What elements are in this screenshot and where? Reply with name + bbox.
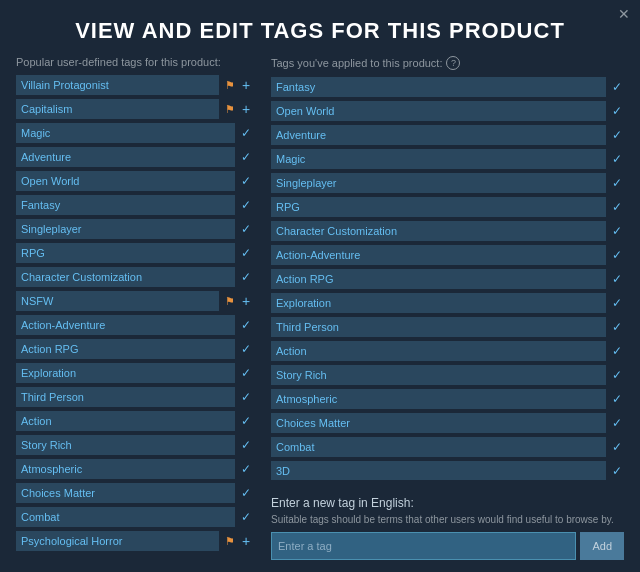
tag-button[interactable]: Psychological Horror	[16, 531, 219, 551]
tag-button[interactable]: Combat	[271, 437, 606, 457]
tag-button[interactable]: Adventure	[271, 125, 606, 145]
tag-button[interactable]: Magic	[16, 123, 235, 143]
list-item: Fantasy✓	[271, 76, 624, 98]
tag-button[interactable]: Singleplayer	[271, 173, 606, 193]
list-item: Action RPG✓	[271, 268, 624, 290]
list-item: Story Rich✓	[16, 434, 253, 456]
new-tag-input-row: Add	[271, 532, 624, 560]
check-icon: ✓	[239, 246, 253, 260]
tag-button[interactable]: Action	[16, 411, 235, 431]
left-tags-list: Villain Protagonist⚑+Capitalism⚑+Magic✓A…	[16, 74, 253, 552]
tag-button[interactable]: Story Rich	[271, 365, 606, 385]
tag-button[interactable]: RPG	[271, 197, 606, 217]
check-icon: ✓	[610, 128, 624, 142]
tag-button[interactable]: Action-Adventure	[271, 245, 606, 265]
list-item: Singleplayer✓	[16, 218, 253, 240]
check-icon: ✓	[239, 510, 253, 524]
check-icon: ✓	[610, 440, 624, 454]
tag-button[interactable]: Singleplayer	[16, 219, 235, 239]
flag-icon[interactable]: ⚑	[223, 295, 237, 308]
tag-button[interactable]: Third Person	[16, 387, 235, 407]
list-item: Action-Adventure✓	[16, 314, 253, 336]
tag-button[interactable]: Third Person	[271, 317, 606, 337]
add-icon[interactable]: +	[239, 533, 253, 549]
tag-button[interactable]: Action-Adventure	[16, 315, 235, 335]
tag-button[interactable]: RPG	[16, 243, 235, 263]
tag-button[interactable]: Villain Protagonist	[16, 75, 219, 95]
tag-button[interactable]: Choices Matter	[16, 483, 235, 503]
tag-button[interactable]: Exploration	[271, 293, 606, 313]
tag-button[interactable]: Action	[271, 341, 606, 361]
tag-button[interactable]: Character Customization	[16, 267, 235, 287]
tag-button[interactable]: Story Rich	[16, 435, 235, 455]
add-icon[interactable]: +	[239, 101, 253, 117]
page-title: VIEW AND EDIT TAGS FOR THIS PRODUCT	[0, 0, 640, 56]
tag-button[interactable]: Action RPG	[16, 339, 235, 359]
check-icon: ✓	[610, 224, 624, 238]
check-icon: ✓	[239, 318, 253, 332]
help-icon[interactable]: ?	[446, 56, 460, 70]
tag-button[interactable]: Open World	[271, 101, 606, 121]
check-icon: ✓	[239, 126, 253, 140]
list-item: Adventure✓	[16, 146, 253, 168]
tag-button[interactable]: Fantasy	[16, 195, 235, 215]
right-panel-header: Tags you've applied to this product: ?	[271, 56, 624, 70]
list-item: Action✓	[271, 340, 624, 362]
list-item: Action RPG✓	[16, 338, 253, 360]
tag-button[interactable]: Open World	[16, 171, 235, 191]
check-icon: ✓	[610, 416, 624, 430]
list-item: Atmospheric✓	[16, 458, 253, 480]
flag-icon[interactable]: ⚑	[223, 535, 237, 548]
close-button[interactable]: ✕	[618, 6, 630, 22]
flag-icon[interactable]: ⚑	[223, 103, 237, 116]
tag-button[interactable]: Action RPG	[271, 269, 606, 289]
check-icon: ✓	[610, 152, 624, 166]
add-icon[interactable]: +	[239, 77, 253, 93]
tag-button[interactable]: Magic	[271, 149, 606, 169]
check-icon: ✓	[610, 392, 624, 406]
flag-icon[interactable]: ⚑	[223, 79, 237, 92]
tag-button[interactable]: Fantasy	[271, 77, 606, 97]
list-item: Magic✓	[16, 122, 253, 144]
tag-button[interactable]: Adventure	[16, 147, 235, 167]
list-item: Exploration✓	[16, 362, 253, 384]
tag-button[interactable]: Atmospheric	[271, 389, 606, 409]
check-icon: ✓	[610, 272, 624, 286]
list-item: Singleplayer✓	[271, 172, 624, 194]
tag-button[interactable]: Capitalism	[16, 99, 219, 119]
new-tag-input[interactable]	[271, 532, 576, 560]
tag-button[interactable]: Atmospheric	[16, 459, 235, 479]
check-icon: ✓	[239, 150, 253, 164]
check-icon: ✓	[239, 342, 253, 356]
tag-button[interactable]: Combat	[16, 507, 235, 527]
list-item: Adventure✓	[271, 124, 624, 146]
check-icon: ✓	[239, 414, 253, 428]
tag-button[interactable]: 3D	[271, 461, 606, 480]
check-icon: ✓	[610, 104, 624, 118]
tag-button[interactable]: Choices Matter	[271, 413, 606, 433]
list-item: Third Person✓	[16, 386, 253, 408]
check-icon: ✓	[239, 270, 253, 284]
new-tag-label: Enter a new tag in English:	[271, 496, 624, 510]
add-icon[interactable]: +	[239, 293, 253, 309]
tag-button[interactable]: Character Customization	[271, 221, 606, 241]
check-icon: ✓	[610, 368, 624, 382]
list-item: Magic✓	[271, 148, 624, 170]
check-icon: ✓	[239, 366, 253, 380]
list-item: Character Customization✓	[271, 220, 624, 242]
check-icon: ✓	[610, 80, 624, 94]
list-item: 3D✓	[271, 460, 624, 480]
list-item: Third Person✓	[271, 316, 624, 338]
tag-button[interactable]: NSFW	[16, 291, 219, 311]
check-icon: ✓	[239, 462, 253, 476]
list-item: Villain Protagonist⚑+	[16, 74, 253, 96]
left-panel: Popular user-defined tags for this produ…	[16, 56, 261, 560]
list-item: RPG✓	[16, 242, 253, 264]
add-tag-button[interactable]: Add	[580, 532, 624, 560]
check-icon: ✓	[610, 464, 624, 478]
check-icon: ✓	[610, 344, 624, 358]
tag-button[interactable]: Exploration	[16, 363, 235, 383]
check-icon: ✓	[610, 176, 624, 190]
left-panel-header: Popular user-defined tags for this produ…	[16, 56, 253, 68]
list-item: Character Customization✓	[16, 266, 253, 288]
